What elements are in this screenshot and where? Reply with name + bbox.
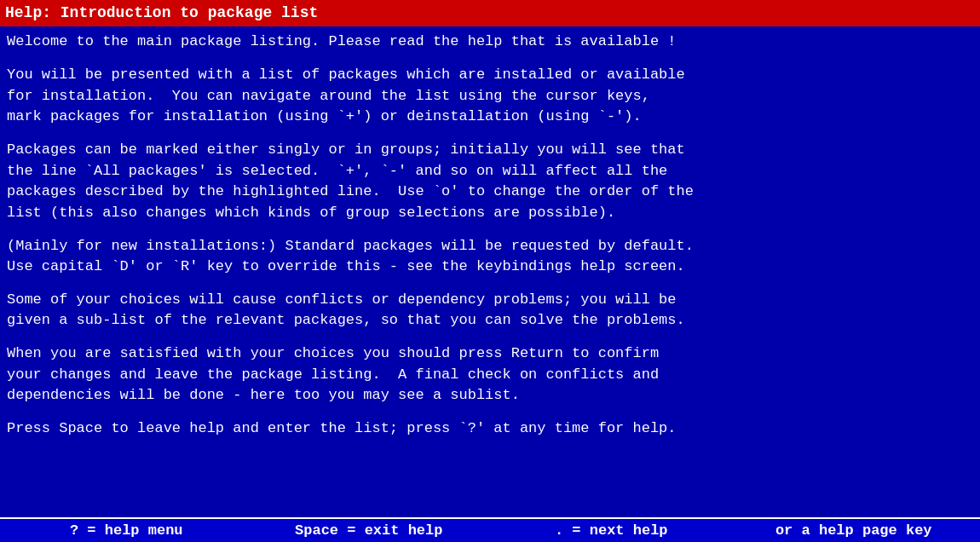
- paragraph-3: Packages can be marked either singly or …: [7, 140, 973, 224]
- title-bar: Help: Introduction to package list: [0, 0, 980, 26]
- status-exit-help[interactable]: Space = exit help: [248, 522, 491, 539]
- content-area: Welcome to the main package listing. Ple…: [0, 26, 980, 517]
- paragraph-1: Welcome to the main package listing. Ple…: [7, 32, 973, 53]
- paragraph-4: (Mainly for new installations:) Standard…: [7, 236, 973, 278]
- screen: Help: Introduction to package list Welco…: [0, 0, 980, 542]
- paragraph-7: Press Space to leave help and enter the …: [7, 418, 973, 440]
- help-page-key-label: or a help page key: [775, 522, 932, 539]
- status-next-help[interactable]: . = next help: [490, 522, 733, 539]
- status-help-menu[interactable]: ? = help menu: [5, 522, 248, 539]
- exit-help-label: Space = exit help: [295, 522, 442, 539]
- status-help-page-key: or a help page key: [733, 522, 976, 539]
- next-help-label: . = next help: [555, 522, 668, 539]
- paragraph-5: Some of your choices will cause conflict…: [7, 290, 973, 332]
- title-text: Help: Introduction to package list: [5, 4, 318, 21]
- status-bar: ? = help menu Space = exit help . = next…: [0, 517, 980, 542]
- paragraph-6: When you are satisfied with your choices…: [7, 343, 973, 406]
- help-menu-label: ? = help menu: [70, 522, 183, 539]
- paragraph-2: You will be presented with a list of pac…: [7, 65, 973, 128]
